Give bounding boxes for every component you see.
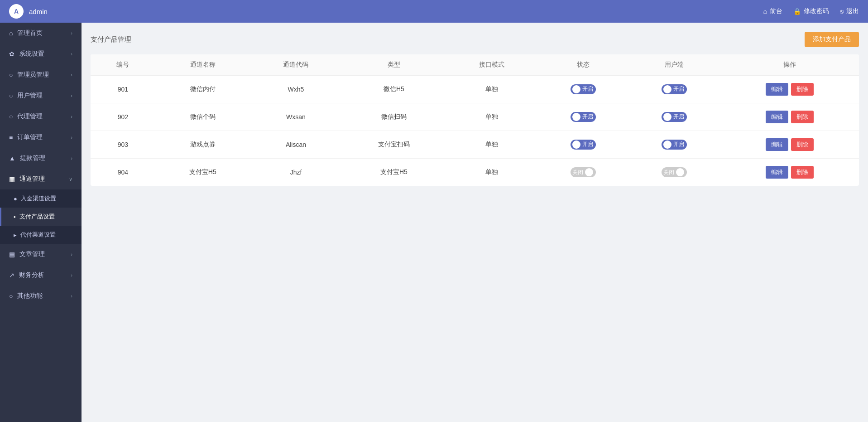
page-title: 支付产品管理 — [91, 35, 131, 44]
user-status-toggle[interactable]: 开启 — [662, 140, 687, 150]
col-actions: 操作 — [720, 54, 859, 76]
sidebar-item-system[interactable]: ✿ 系统设置 › — [0, 44, 82, 64]
add-payment-product-button[interactable]: 添加支付产品 — [805, 32, 859, 47]
cell-actions: 编辑 删除 — [720, 131, 859, 159]
cell-status: 关闭 — [537, 159, 629, 186]
chevron-right-icon: › — [71, 51, 72, 57]
circle-icon: ● — [14, 195, 17, 202]
delete-button[interactable]: 删除 — [791, 138, 814, 151]
order-icon: ≡ — [9, 134, 13, 141]
sidebar-subitem-incoming-channel[interactable]: ● 入金渠道设置 — [0, 189, 82, 208]
finance-icon: ↗ — [9, 272, 14, 279]
chevron-down-icon: ∨ — [69, 176, 72, 182]
nav-logout[interactable]: ⎋ 退出 — [840, 7, 859, 15]
delete-button[interactable]: 删除 — [791, 166, 814, 179]
delete-button[interactable]: 删除 — [791, 83, 814, 96]
nav-logout-label: 退出 — [846, 7, 859, 15]
chevron-right-icon: › — [71, 293, 72, 299]
chevron-right-icon: › — [71, 155, 72, 161]
col-name: 通道名称 — [155, 54, 250, 76]
article-icon: ▤ — [9, 251, 15, 258]
top-header: A admin ⌂ 前台 🔒 修改密码 ⎋ 退出 — [0, 0, 868, 23]
sidebar-item-user-manage[interactable]: ○ 用户管理 › — [0, 85, 82, 106]
header-right: ⌂ 前台 🔒 修改密码 ⎋ 退出 — [763, 7, 859, 15]
sidebar-label-user: 用户管理 — [17, 92, 43, 100]
edit-button[interactable]: 编辑 — [766, 83, 788, 96]
cell-user-status: 开启 — [629, 76, 720, 103]
chevron-right-icon: › — [71, 252, 72, 257]
col-user-status: 用户端 — [629, 54, 720, 76]
user-status-toggle[interactable]: 开启 — [662, 112, 687, 122]
cell-name: 支付宝H5 — [155, 159, 250, 186]
sidebar-label-withdraw: 提款管理 — [20, 154, 45, 162]
sidebar-subitem-agent-channel[interactable]: ▸ 代付渠道设置 — [0, 226, 82, 244]
main-layout: ⌂ 管理首页 › ✿ 系统设置 › ○ 管理员管理 › ○ 用户管理 › — [0, 23, 868, 422]
sidebar-label-other: 其他功能 — [17, 292, 43, 300]
home-icon: ⌂ — [763, 8, 767, 15]
channel-submenu: ● 入金渠道设置 ▪ 支付产品设置 ▸ 代付渠道设置 — [0, 189, 82, 244]
cell-code: Wxsan — [250, 103, 342, 131]
sidebar-item-admin-manage[interactable]: ○ 管理员管理 › — [0, 64, 82, 85]
cell-interface: 单独 — [446, 76, 537, 103]
sidebar-label-order: 订单管理 — [17, 133, 43, 141]
sidebar-item-withdraw-manage[interactable]: ▲ 提款管理 › — [0, 148, 82, 169]
delete-button[interactable]: 删除 — [791, 111, 814, 123]
cell-user-status: 开启 — [629, 131, 720, 159]
cell-number: 902 — [91, 103, 155, 131]
edit-button[interactable]: 编辑 — [766, 166, 788, 179]
table-row: 904 支付宝H5 Jhzf 支付宝H5 单独 关闭 关闭 — [91, 159, 859, 186]
subitem-label-payment: 支付产品设置 — [19, 213, 55, 221]
cell-actions: 编辑 删除 — [720, 76, 859, 103]
cell-actions: 编辑 删除 — [720, 159, 859, 186]
sidebar-item-other[interactable]: ○ 其他功能 › — [0, 286, 82, 306]
logout-icon: ⎋ — [840, 8, 844, 15]
cell-user-status: 开启 — [629, 103, 720, 131]
user-status-toggle[interactable]: 开启 — [662, 84, 687, 94]
sidebar-item-agent-manage[interactable]: ○ 代理管理 › — [0, 106, 82, 127]
nav-change-password[interactable]: 🔒 修改密码 — [793, 7, 829, 15]
admin-avatar: A — [9, 4, 24, 19]
cell-interface: 单独 — [446, 103, 537, 131]
nav-change-password-label: 修改密码 — [804, 7, 829, 15]
col-status: 状态 — [537, 54, 629, 76]
sidebar-item-finance[interactable]: ↗ 财务分析 › — [0, 265, 82, 286]
cell-name: 微信内付 — [155, 76, 250, 103]
edit-button[interactable]: 编辑 — [766, 138, 788, 151]
cell-number: 904 — [91, 159, 155, 186]
lock-icon: 🔒 — [793, 8, 801, 15]
status-toggle[interactable]: 关闭 — [571, 167, 596, 177]
nav-front-label: 前台 — [770, 7, 782, 15]
cell-type: 微信H5 — [341, 76, 446, 103]
status-toggle[interactable]: 开启 — [571, 140, 596, 150]
sidebar-label-system: 系统设置 — [19, 50, 44, 58]
channel-icon: ▦ — [9, 175, 15, 183]
cell-type: 支付宝H5 — [341, 159, 446, 186]
edit-button[interactable]: 编辑 — [766, 111, 788, 123]
sidebar-label-dashboard: 管理首页 — [17, 29, 43, 37]
agent2-icon: ▸ — [14, 232, 17, 238]
nav-front[interactable]: ⌂ 前台 — [763, 7, 782, 15]
sidebar-subitem-payment-product[interactable]: ▪ 支付产品设置 — [0, 208, 82, 226]
user-status-toggle[interactable]: 关闭 — [662, 167, 687, 177]
sidebar-item-order-manage[interactable]: ≡ 订单管理 › — [0, 127, 82, 148]
status-toggle[interactable]: 开启 — [571, 84, 596, 94]
cell-status: 开启 — [537, 76, 629, 103]
main-content: 支付产品管理 添加支付产品 编号 通道名称 通道代码 类型 接口模式 状态 用户… — [82, 23, 868, 422]
sidebar-item-channel-manage[interactable]: ▦ 通道管理 ∨ — [0, 169, 82, 189]
col-interface: 接口模式 — [446, 54, 537, 76]
admin-name: admin — [29, 8, 48, 15]
status-toggle[interactable]: 开启 — [571, 112, 596, 122]
cell-number: 903 — [91, 131, 155, 159]
agent-icon: ○ — [9, 113, 13, 120]
cell-interface: 单独 — [446, 131, 537, 159]
cell-type: 支付宝扫码 — [341, 131, 446, 159]
users2-icon: ▪ — [14, 213, 16, 220]
user-icon: ○ — [9, 92, 13, 99]
cell-user-status: 关闭 — [629, 159, 720, 186]
sidebar-item-article-manage[interactable]: ▤ 文章管理 › — [0, 244, 82, 265]
payment-product-table: 编号 通道名称 通道代码 类型 接口模式 状态 用户端 操作 901 微信内付 … — [91, 54, 859, 186]
chevron-right-icon: › — [71, 93, 72, 98]
table-row: 902 微信个码 Wxsan 微信扫码 单独 开启 开启 — [91, 103, 859, 131]
sidebar-item-dashboard[interactable]: ⌂ 管理首页 › — [0, 23, 82, 44]
sidebar-label-article: 文章管理 — [19, 250, 45, 258]
